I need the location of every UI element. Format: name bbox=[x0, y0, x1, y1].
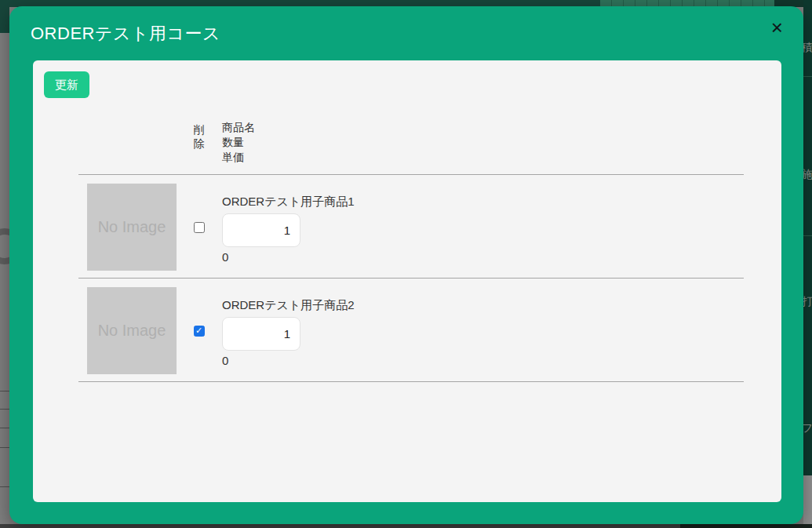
course-dialog: ORDERテスト用コース × 更新 削除 商品名 数量 単価 No Image bbox=[9, 6, 803, 524]
column-header-quantity: 数量 bbox=[222, 135, 744, 150]
column-header-delete: 削除 bbox=[193, 98, 206, 174]
backdrop-line bbox=[803, 235, 812, 236]
backdrop-text-fragment: 打 bbox=[803, 295, 812, 309]
backdrop-bottom-dark bbox=[680, 524, 812, 528]
product-row: No Image ORDERテスト用子商品1 0 bbox=[78, 175, 744, 279]
update-button[interactable]: 更新 bbox=[44, 71, 89, 98]
backdrop-table-line bbox=[0, 428, 9, 428]
delete-cell bbox=[176, 184, 222, 271]
product-name: ORDERテスト用子商品2 bbox=[222, 298, 744, 313]
backdrop-table-line bbox=[0, 391, 9, 391]
table-header-row: 削除 商品名 数量 単価 bbox=[78, 98, 744, 175]
product-row: No Image ORDERテスト用子商品2 0 bbox=[78, 279, 744, 382]
quantity-input[interactable] bbox=[222, 213, 300, 247]
backdrop-right-sliver: 積 施 打 フ bbox=[803, 0, 812, 528]
backdrop-table-area bbox=[803, 475, 812, 524]
product-detail-cell: ORDERテスト用子商品2 0 bbox=[222, 287, 744, 374]
backdrop-text-fragment: 積 bbox=[803, 41, 812, 55]
product-image-cell: No Image bbox=[78, 287, 176, 374]
no-image-placeholder: No Image bbox=[87, 287, 177, 374]
column-header-product: 商品名 数量 単価 bbox=[222, 98, 744, 174]
unit-price: 0 bbox=[222, 354, 744, 367]
quantity-input[interactable] bbox=[222, 317, 300, 351]
dialog-content: 更新 削除 商品名 数量 単価 No Image O bbox=[33, 60, 781, 502]
dialog-title: ORDERテスト用コース bbox=[31, 22, 220, 46]
products-table: 削除 商品名 数量 単価 No Image ORDERテスト用子商品1 bbox=[78, 98, 744, 382]
backdrop-text-fragment: フ bbox=[803, 421, 812, 435]
product-detail-cell: ORDERテスト用子商品1 0 bbox=[222, 184, 744, 271]
column-header-unit-price: 単価 bbox=[222, 150, 744, 165]
backdrop-table-line bbox=[0, 486, 9, 487]
backdrop-line bbox=[803, 76, 812, 77]
product-name: ORDERテスト用子商品1 bbox=[222, 195, 744, 209]
column-header-product-name: 商品名 bbox=[222, 120, 744, 135]
backdrop-table-line bbox=[0, 409, 9, 410]
product-image-cell: No Image bbox=[78, 184, 176, 271]
backdrop-text-fragment: 施 bbox=[803, 168, 812, 182]
unit-price: 0 bbox=[222, 250, 744, 264]
close-icon[interactable]: × bbox=[771, 17, 783, 38]
delete-checkbox[interactable] bbox=[194, 326, 205, 337]
backdrop-table-line bbox=[0, 447, 9, 448]
backdrop-header-left bbox=[0, 0, 9, 33]
delete-cell bbox=[176, 287, 222, 374]
delete-checkbox[interactable] bbox=[194, 222, 205, 233]
no-image-placeholder: No Image bbox=[87, 184, 177, 271]
